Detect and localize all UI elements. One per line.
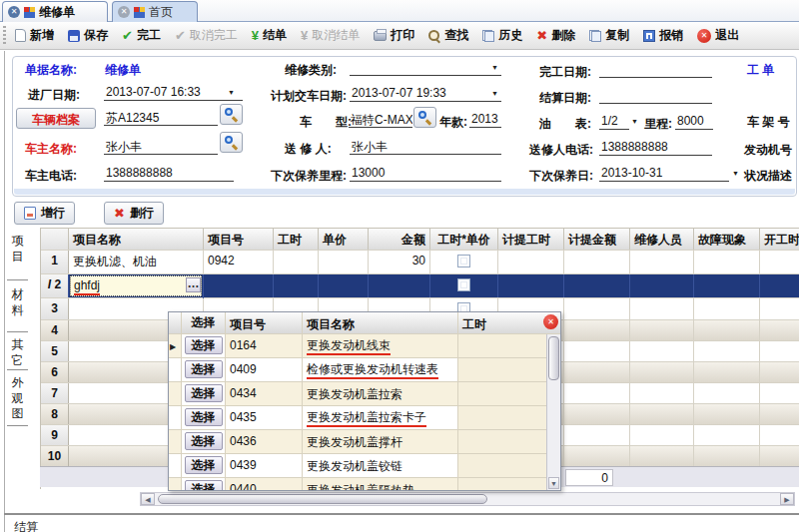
side-tab-items[interactable]: 项目: [9, 234, 26, 265]
cancel-finish-button: ✔ 取消完工: [168, 24, 245, 48]
table-row-selected[interactable]: I 2 ghfdj …: [41, 274, 799, 298]
select-button[interactable]: 选择: [185, 432, 223, 450]
popup-row[interactable]: 选择 0439 更换发动机盖铰链: [169, 454, 560, 478]
column-header: 金额: [369, 229, 430, 250]
popup-row[interactable]: 选择 0440 更换发动机盖隔热垫: [169, 478, 560, 491]
save-button[interactable]: 保存: [61, 24, 115, 48]
yen-icon: ¥: [252, 29, 259, 42]
owner-input[interactable]: 张小丰: [104, 138, 218, 155]
horizontal-scrollbar[interactable]: ◀ ▶: [140, 492, 795, 506]
delete-button[interactable]: ✖ 删除: [529, 24, 582, 48]
column-header: 项目名称: [69, 229, 204, 250]
model-input[interactable]: 福特C-MAX: [349, 111, 412, 128]
doc-name-label: 单据名称:: [25, 62, 77, 79]
dropdown-arrow-icon[interactable]: ▼: [491, 64, 498, 71]
scroll-right-icon[interactable]: ▶: [780, 493, 794, 505]
tab-repair-order[interactable]: ✕ 维修单: [2, 1, 108, 22]
sender-input[interactable]: 张小丰: [350, 138, 501, 155]
side-tab-appearance[interactable]: 外观图: [9, 375, 26, 422]
entry-date-input[interactable]: 2013-07-07 16:33: [104, 84, 243, 101]
plate-input[interactable]: 苏A12345: [104, 109, 218, 126]
plan-date-input[interactable]: 2013-07-07 19:33: [350, 85, 501, 102]
doc-name-value: 维修单: [105, 62, 141, 79]
tab-home[interactable]: ✕ 首页: [112, 1, 198, 22]
reimburse-button[interactable]: 报销: [636, 24, 690, 48]
column-header: 单价: [319, 229, 369, 250]
model-label: 车 型:: [300, 114, 352, 131]
select-button[interactable]: 选择: [185, 456, 223, 474]
select-button[interactable]: 选择: [185, 408, 223, 426]
tab-close-icon[interactable]: ✕: [8, 6, 20, 18]
settle-button[interactable]: ¥ 结单: [245, 24, 294, 48]
tab-close-icon[interactable]: ✕: [118, 6, 130, 18]
column-header: 计提工时: [498, 229, 564, 250]
mileage-input[interactable]: 8000: [675, 113, 713, 130]
select-button[interactable]: 选择: [185, 480, 223, 491]
popup-vertical-scrollbar[interactable]: ▼: [546, 334, 560, 490]
next-mileage-input[interactable]: 13000: [350, 165, 501, 182]
repair-type-select[interactable]: [350, 59, 501, 76]
select-button[interactable]: 选择: [185, 336, 223, 354]
fuel-select[interactable]: 1/2: [599, 113, 629, 130]
scrollbar-thumb[interactable]: [548, 336, 559, 380]
history-pages-icon: [482, 30, 494, 42]
print-button[interactable]: 打印: [367, 24, 421, 48]
grid-header-row: 项目名称 项目号 工时 单价 金额 工时*单价 计提工时 计提金额 维修人员 故…: [41, 229, 799, 251]
sender-phone-label: 送修人电话:: [529, 142, 593, 159]
lookup-ellipsis-button[interactable]: …: [186, 277, 201, 292]
app-icon: [134, 7, 145, 18]
hours-price-checkbox[interactable]: [457, 255, 470, 267]
vehicle-search-button[interactable]: [220, 104, 243, 125]
scrollbar-thumb[interactable]: [158, 494, 487, 504]
owner-search-button[interactable]: [220, 132, 243, 153]
add-row-button[interactable]: 增行: [14, 202, 75, 225]
popup-row[interactable]: 选择 0435 更换发动机盖拉索卡子: [169, 406, 560, 430]
popup-row[interactable]: ▶ 选择 0164 更换发动机线束: [169, 334, 560, 358]
exit-button[interactable]: ✕ 退出: [690, 24, 746, 48]
sender-phone-input[interactable]: 1388888888: [599, 139, 712, 156]
find-button[interactable]: 查找: [421, 24, 475, 48]
scroll-left-icon[interactable]: ◀: [141, 493, 155, 505]
delete-row-button[interactable]: ✖ 删行: [104, 202, 164, 225]
copy-button[interactable]: 复制: [582, 24, 636, 48]
frame-number-label: 车 架 号: [747, 114, 790, 131]
toolbar-grip: [3, 26, 6, 46]
new-button[interactable]: 新增: [8, 24, 61, 48]
model-search-button[interactable]: [413, 107, 436, 128]
settle-date-input[interactable]: [599, 87, 712, 104]
dropdown-arrow-icon[interactable]: ▼: [228, 89, 235, 96]
popup-row[interactable]: 选择 0434 更换发动机盖拉索: [169, 382, 560, 406]
magnifier-icon: [225, 108, 233, 116]
finish-button[interactable]: ✔ 完工: [115, 24, 168, 48]
side-tab-other[interactable]: 其它: [9, 337, 26, 368]
next-date-input[interactable]: 2013-10-31: [599, 165, 729, 182]
dropdown-arrow-icon[interactable]: ▼: [631, 118, 638, 125]
popup-row[interactable]: 选择 0409 检修或更换发动机转速表: [169, 358, 560, 382]
owner-phone-input[interactable]: 1388888888: [104, 165, 234, 182]
select-button[interactable]: 选择: [185, 360, 223, 378]
column-header: 计提金额: [564, 229, 630, 250]
table-row[interactable]: 1 更换机滤、机油 0942 30: [41, 251, 799, 274]
delete-x-icon: ✖: [536, 29, 547, 42]
popup-row[interactable]: 选择 0436 更换发动机盖撑杆: [169, 430, 560, 454]
hours-price-checkbox[interactable]: [457, 278, 470, 291]
scroll-down-icon[interactable]: ▼: [548, 477, 559, 489]
item-name-edit-cell: ghfdj …: [69, 274, 204, 298]
dropdown-arrow-icon[interactable]: ▼: [732, 170, 739, 177]
vehicle-file-button[interactable]: 车辆档案: [16, 108, 96, 129]
mileage-label: 里程:: [644, 116, 672, 133]
repair-order-window: ✕ 维修单 ✕ 首页 新增 保存 ✔ 完工 ✔ 取消完工 ¥ 结单 ¥: [0, 0, 799, 532]
dropdown-arrow-icon[interactable]: ▼: [491, 90, 498, 97]
select-button[interactable]: 选择: [185, 384, 223, 402]
plan-date-label: 计划交车日期:: [271, 88, 347, 105]
delete-x-icon: ✖: [114, 207, 125, 220]
year-input[interactable]: 2013: [469, 111, 501, 128]
column-header: 项目名称: [303, 312, 458, 333]
side-tab-materials[interactable]: 材料: [9, 287, 26, 318]
finish-date-input[interactable]: [599, 61, 712, 78]
finish-date-label: 完工日期:: [539, 64, 591, 81]
popup-close-button[interactable]: ✕: [543, 314, 558, 329]
item-name-edit-input[interactable]: ghfdj: [70, 275, 202, 296]
yen-gray-icon: ¥: [301, 29, 308, 42]
history-button[interactable]: 历史: [475, 24, 529, 48]
